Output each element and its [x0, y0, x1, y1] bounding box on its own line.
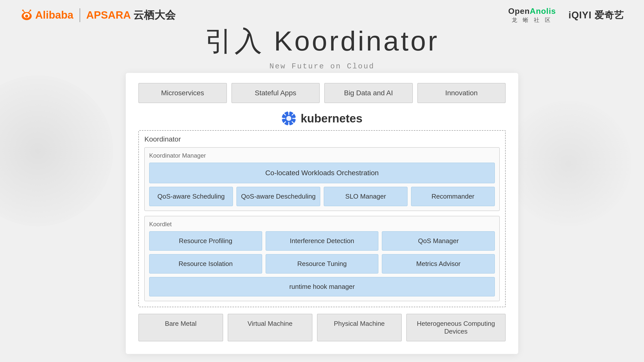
- qos-scheduling-button[interactable]: QoS-aware Scheduling: [149, 187, 233, 206]
- logo-right: OpenAnolis 龙 蜥 社 区 iQIYI 爱奇艺: [508, 7, 624, 24]
- koordlet-box: Koordlet Resource Profiling Interference…: [144, 216, 500, 301]
- svg-point-5: [22, 10, 24, 11]
- manager-label: Koordinator Manager: [149, 152, 495, 159]
- orchestration-button[interactable]: Co-located Workloads Orchestration: [149, 163, 495, 183]
- resource-profiling-button[interactable]: Resource Profiling: [149, 231, 262, 251]
- kubernetes-row: kubernetes: [138, 111, 506, 126]
- bottom-btn-physical-machine[interactable]: Physical Machine: [317, 314, 402, 341]
- koordinator-label: Koordinator: [144, 135, 500, 143]
- bg-decoration-right: [506, 101, 631, 226]
- openanolis-top-text: OpenAnolis: [508, 7, 556, 16]
- svg-point-21: [282, 112, 284, 114]
- koordlet-label: Koordlet: [149, 221, 495, 228]
- alibaba-logo: Alibaba: [20, 9, 73, 22]
- logo-left: Alibaba APSARA 云栖大会: [20, 8, 176, 22]
- alibaba-text: Alibaba: [35, 9, 73, 21]
- svg-point-23: [293, 112, 295, 114]
- iqiyi-logo: iQIYI 爱奇艺: [569, 9, 624, 22]
- svg-point-6: [30, 10, 31, 11]
- top-btn-microservices[interactable]: Microservices: [138, 83, 227, 103]
- bottom-btn-bare-metal[interactable]: Bare Metal: [138, 314, 223, 341]
- resource-isolation-button[interactable]: Resource Isolation: [149, 254, 262, 274]
- main-title: 引入 Koordinator: [0, 23, 644, 60]
- metrics-advisor-button[interactable]: Metrics Advisor: [382, 254, 495, 274]
- runtime-hook-button[interactable]: runtime hook manager: [149, 277, 495, 296]
- qos-descheduling-button[interactable]: QoS-aware Descheduling: [236, 187, 320, 206]
- kubernetes-label: kubernetes: [301, 112, 362, 125]
- svg-point-8: [286, 116, 291, 121]
- recommander-button[interactable]: Recommander: [411, 187, 495, 206]
- qos-manager-button[interactable]: QoS Manager: [382, 231, 495, 251]
- svg-point-24: [282, 123, 284, 125]
- apsara-text: APSARA: [86, 9, 131, 21]
- kubernetes-icon: [281, 111, 296, 126]
- svg-point-2: [25, 15, 28, 18]
- subtitle: New Future on Cloud: [0, 62, 644, 71]
- openanolis-logo: OpenAnolis 龙 蜥 社 区: [508, 7, 556, 24]
- bg-decoration-left: [0, 75, 113, 226]
- manager-sub-buttons: QoS-aware Scheduling QoS-aware Deschedul…: [149, 187, 495, 206]
- bottom-buttons-row: Bare Metal Virtual Machine Physical Mach…: [138, 314, 506, 341]
- top-btn-stateful[interactable]: Stateful Apps: [231, 83, 320, 103]
- logo-divider: [79, 8, 80, 22]
- koordinator-box: Koordinator Koordinator Manager Co-locat…: [138, 130, 506, 307]
- title-section: 引入 Koordinator New Future on Cloud: [0, 23, 644, 71]
- top-btn-bigdata[interactable]: Big Data and AI: [324, 83, 413, 103]
- yunqi-text: 云栖大会: [133, 8, 176, 22]
- svg-point-22: [293, 123, 295, 125]
- slo-manager-button[interactable]: SLO Manager: [324, 187, 408, 206]
- bottom-btn-heterogeneous[interactable]: Heterogeneous Computing Devices: [406, 314, 506, 341]
- interference-detection-button[interactable]: Interference Detection: [266, 231, 379, 251]
- bottom-btn-virtual-machine[interactable]: Virtual Machine: [228, 314, 312, 341]
- top-buttons-row: Microservices Stateful Apps Big Data and…: [138, 83, 506, 103]
- resource-tuning-button[interactable]: Resource Tuning: [266, 254, 379, 274]
- alibaba-icon: [20, 9, 33, 22]
- manager-box: Koordinator Manager Co-located Workloads…: [144, 147, 500, 211]
- koordlet-grid: Resource Profiling Interference Detectio…: [149, 231, 495, 274]
- top-btn-innovation[interactable]: Innovation: [417, 83, 506, 103]
- diagram-container: Microservices Stateful Apps Big Data and…: [126, 73, 518, 354]
